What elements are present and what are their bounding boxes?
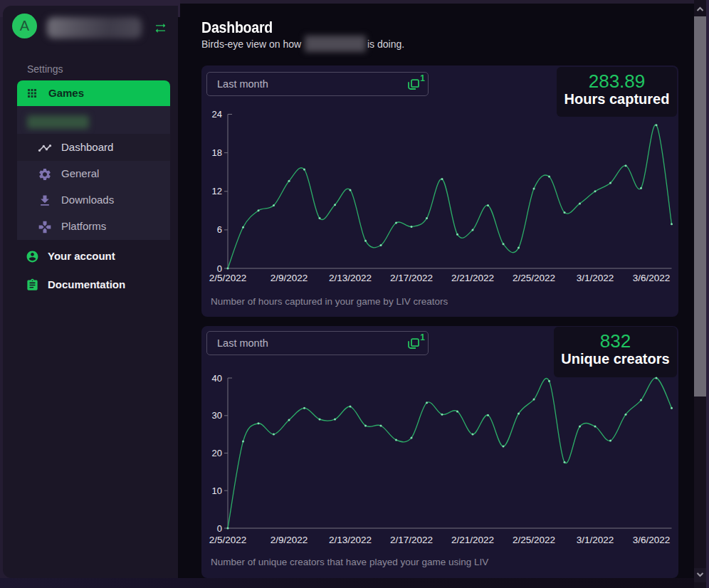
svg-text:0: 0 bbox=[217, 523, 222, 534]
svg-text:18: 18 bbox=[212, 147, 222, 158]
svg-text:2/17/2022: 2/17/2022 bbox=[390, 535, 433, 545]
svg-text:2/25/2022: 2/25/2022 bbox=[513, 273, 555, 283]
svg-text:2/9/2022: 2/9/2022 bbox=[271, 273, 308, 283]
svg-text:3/6/2022: 3/6/2022 bbox=[633, 535, 671, 545]
svg-text:3/1/2022: 3/1/2022 bbox=[577, 535, 614, 545]
svg-text:2/21/2022: 2/21/2022 bbox=[451, 273, 494, 283]
svg-text:20: 20 bbox=[212, 448, 222, 458]
svg-text:12: 12 bbox=[212, 186, 222, 196]
svg-text:2/17/2022: 2/17/2022 bbox=[390, 273, 433, 283]
svg-text:2/9/2022: 2/9/2022 bbox=[271, 535, 308, 545]
svg-text:2/5/2022: 2/5/2022 bbox=[209, 535, 247, 545]
svg-text:2/5/2022: 2/5/2022 bbox=[209, 273, 247, 283]
svg-text:2/25/2022: 2/25/2022 bbox=[513, 535, 555, 545]
svg-text:3/1/2022: 3/1/2022 bbox=[577, 273, 614, 283]
svg-text:2/21/2022: 2/21/2022 bbox=[451, 535, 494, 545]
svg-text:6: 6 bbox=[217, 224, 222, 235]
svg-text:2/13/2022: 2/13/2022 bbox=[329, 535, 372, 545]
svg-text:3/6/2022: 3/6/2022 bbox=[633, 273, 671, 283]
svg-text:2/13/2022: 2/13/2022 bbox=[329, 273, 372, 283]
svg-text:24: 24 bbox=[212, 109, 222, 120]
svg-text:30: 30 bbox=[212, 410, 222, 421]
svg-text:10: 10 bbox=[212, 485, 222, 496]
svg-text:40: 40 bbox=[212, 373, 222, 384]
